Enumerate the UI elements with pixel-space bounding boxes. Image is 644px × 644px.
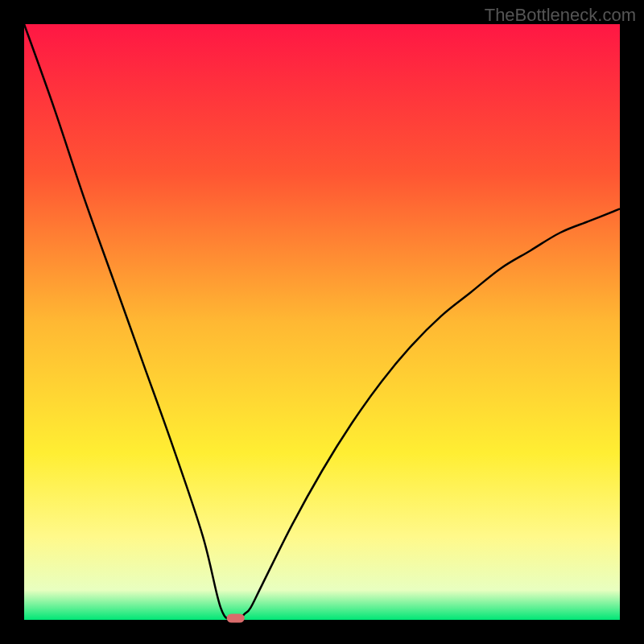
bottleneck-chart xyxy=(0,0,644,644)
chart-container: TheBottleneck.com xyxy=(0,0,644,644)
watermark-text: TheBottleneck.com xyxy=(485,5,636,26)
optimal-marker xyxy=(227,613,245,622)
plot-background xyxy=(24,24,620,620)
